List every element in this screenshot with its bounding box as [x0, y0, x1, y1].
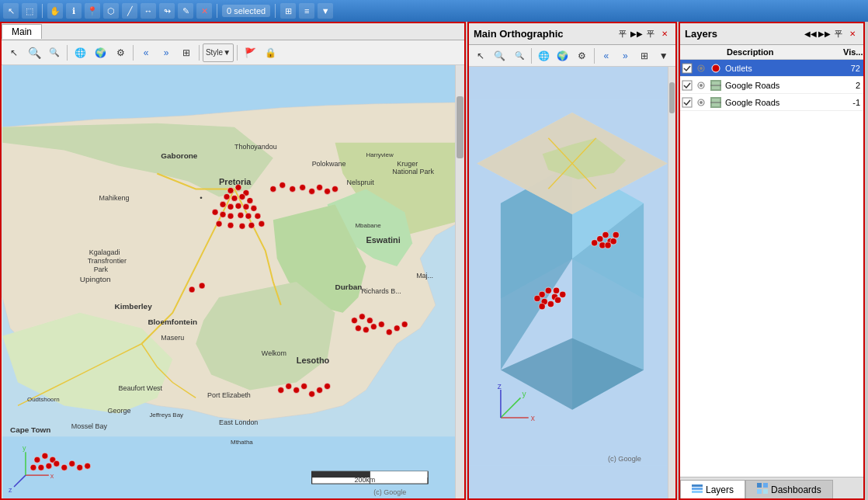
tab-layers[interactable]: Layers [680, 480, 745, 498]
svg-point-56 [259, 220, 265, 227]
svg-point-58 [279, 182, 286, 188]
layers-bottom-tabs: Layers Dashboards [680, 477, 863, 498]
tool-id[interactable]: ℹ [66, 3, 82, 19]
svg-text:Pretoria: Pretoria [219, 177, 252, 186]
map-globe[interactable]: 🌐 [71, 43, 89, 62]
tool-arrow[interactable]: ↔ [141, 3, 156, 19]
map-forward[interactable]: » [157, 43, 175, 62]
svg-point-87 [30, 464, 36, 470]
svg-text:x: x [531, 414, 535, 422]
svg-text:(c) Google: (c) Google [373, 488, 406, 496]
ortho-globe[interactable]: 🌐 [535, 47, 553, 65]
tool-pin[interactable]: 📍 [85, 3, 100, 19]
ortho-forward-btn[interactable]: ▶▶ [630, 28, 643, 40]
layer-check-gr2[interactable] [680, 97, 694, 108]
svg-point-34 [227, 187, 234, 193]
map-grid[interactable]: ⊞ [177, 43, 196, 62]
svg-point-76 [199, 283, 205, 289]
layer-check-outlets[interactable] [680, 63, 694, 74]
tool-route[interactable]: ↬ [159, 3, 175, 19]
layer-eye-gr2[interactable] [694, 97, 708, 108]
layer-eye-gr1[interactable] [694, 80, 708, 91]
tab-dashboards-label: Dashboards [771, 484, 821, 495]
ortho-win-btns: 平 ▶▶ 平 ✕ [616, 28, 671, 40]
svg-point-47 [220, 211, 226, 217]
svg-point-50 [245, 213, 252, 219]
tool-pan[interactable]: ✋ [47, 3, 63, 19]
svg-point-75 [189, 286, 195, 293]
svg-point-130 [554, 297, 561, 303]
svg-text:Nelspruit: Nelspruit [346, 179, 374, 186]
ortho-close-btn[interactable]: ✕ [658, 28, 671, 40]
svg-text:Park: Park [94, 266, 109, 273]
ortho-pin2-btn[interactable]: 平 [644, 28, 657, 40]
ortho-zoom-in[interactable]: 🔍 [491, 47, 509, 65]
sep2 [133, 45, 134, 61]
map-zoom-out[interactable]: 🔍 [45, 43, 64, 62]
tab-dashboards[interactable]: Dashboards [745, 480, 833, 498]
layer-eye-outlets[interactable] [694, 63, 708, 74]
ortho-globe2[interactable]: 🌍 [554, 47, 571, 65]
svg-point-92 [69, 460, 75, 467]
svg-text:George: George [108, 407, 131, 415]
layers-title: Layers [685, 28, 717, 40]
svg-point-66 [359, 314, 365, 320]
svg-point-60 [300, 184, 306, 190]
tool-resize[interactable]: ⊞ [280, 3, 296, 19]
tool-attr[interactable]: ≡ [299, 3, 314, 19]
tool-cursor[interactable]: ↖ [3, 3, 19, 19]
map-settings[interactable]: ⚙ [111, 43, 130, 62]
map-style[interactable]: Style▼ [203, 43, 234, 62]
ortho-back[interactable]: « [598, 47, 616, 65]
main-tab[interactable]: Main [2, 24, 42, 39]
tool-select1[interactable]: ⬚ [22, 3, 37, 19]
layers-close-btn[interactable]: ✕ [846, 28, 859, 40]
ortho-grid[interactable]: ⊞ [636, 47, 654, 65]
layer-row-google-roads-2[interactable]: Google Roads -1 [680, 94, 863, 111]
layer-row-outlets[interactable]: Outlets 72 [680, 60, 863, 77]
svg-point-123 [592, 240, 598, 246]
ortho-cursor[interactable]: ↖ [472, 47, 490, 65]
tool-line[interactable]: ╱ [122, 3, 137, 19]
layer-row-google-roads-1[interactable]: Google Roads 2 [680, 77, 863, 94]
layers-forward-btn[interactable]: ▶▶ [818, 28, 831, 40]
layers-pin-btn[interactable]: 平 [832, 28, 845, 40]
map-cursor[interactable]: ↖ [5, 43, 23, 62]
svg-text:Kimberley: Kimberley [115, 302, 153, 311]
layer-check-gr1[interactable] [680, 80, 694, 91]
ortho-more[interactable]: ▼ [654, 47, 672, 65]
layers-back-btn[interactable]: ◀◀ [804, 28, 817, 40]
svg-text:y: y [23, 444, 26, 452]
svg-point-133 [534, 295, 540, 301]
map-zoom-in[interactable]: 🔍 [25, 43, 43, 62]
content-area: Main ↖ 🔍 🔍 🌐 🌍 ⚙ « » ⊞ Style▼ 🚩 🔒 [0, 22, 868, 500]
sep [67, 45, 68, 61]
tool-more[interactable]: ▼ [318, 3, 333, 19]
top-toolbar: ↖ ⬚ ✋ ℹ 📍 ⬡ ╱ ↔ ↬ ✎ ✕ 0 selected ⊞ ≡ ▼ [0, 0, 868, 22]
svg-point-77 [278, 387, 284, 394]
ortho-forward[interactable]: » [616, 47, 634, 65]
ortho-map-view[interactable]: x y z (c) Google [469, 67, 675, 498]
map-scrollbar[interactable] [455, 65, 464, 498]
ortho-zoom-out[interactable]: 🔍 [510, 47, 528, 65]
svg-point-62 [317, 184, 323, 190]
svg-rect-142 [682, 64, 692, 73]
tool-edit[interactable]: ✎ [178, 3, 193, 19]
svg-point-124 [613, 232, 619, 238]
svg-text:(c) Google: (c) Google [608, 455, 641, 463]
layer-icon-gr1 [708, 79, 724, 92]
ortho-scrollbar[interactable] [668, 67, 675, 498]
tool-poly[interactable]: ⬡ [103, 3, 119, 19]
svg-point-39 [239, 193, 245, 200]
map-lock[interactable]: 🔒 [261, 43, 279, 62]
tool-x[interactable]: ✕ [196, 3, 212, 19]
svg-point-38 [231, 195, 238, 201]
ortho-pin-btn[interactable]: 平 [616, 28, 629, 40]
ortho-settings[interactable]: ⚙ [573, 47, 591, 65]
main-map-view[interactable]: Pretoria • Gaborone Kgalagadi Transfront… [2, 65, 464, 498]
layer-vis-gr1: 2 [840, 81, 863, 90]
map-globe2[interactable]: 🌍 [91, 43, 109, 62]
map-back[interactable]: « [137, 43, 155, 62]
map-bookmark[interactable]: 🚩 [241, 43, 259, 62]
main-map-toolbar: ↖ 🔍 🔍 🌐 🌍 ⚙ « » ⊞ Style▼ 🚩 🔒 [2, 40, 464, 65]
